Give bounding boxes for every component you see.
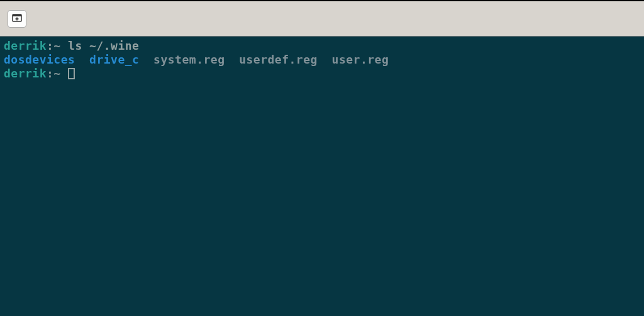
- new-tab-icon: [12, 13, 22, 25]
- cursor: [68, 68, 75, 79]
- terminal-line: derrik:~ ls ~/.wine: [4, 39, 640, 53]
- titlebar: [0, 1, 644, 37]
- command-text: ls ~/.wine: [68, 39, 139, 52]
- terminal-window: derrik:~ ls ~/.wine dosdevices drive_c s…: [0, 0, 644, 316]
- new-tab-button[interactable]: [8, 10, 26, 28]
- ls-directory: dosdevices: [4, 53, 75, 66]
- prompt-user: derrik: [4, 39, 47, 52]
- prompt-path: :~: [47, 39, 68, 52]
- prompt-path: :~: [47, 67, 68, 80]
- svg-rect-1: [13, 14, 21, 16]
- ls-file: user.reg: [332, 53, 389, 66]
- ls-file: system.reg: [153, 53, 225, 66]
- terminal-area[interactable]: derrik:~ ls ~/.wine dosdevices drive_c s…: [0, 37, 644, 316]
- prompt-user: derrik: [4, 67, 47, 80]
- terminal-line: dosdevices drive_c system.reg userdef.re…: [4, 53, 640, 67]
- ls-file: userdef.reg: [239, 53, 318, 66]
- terminal-line: derrik:~: [4, 67, 640, 81]
- ls-directory: drive_c: [89, 53, 139, 66]
